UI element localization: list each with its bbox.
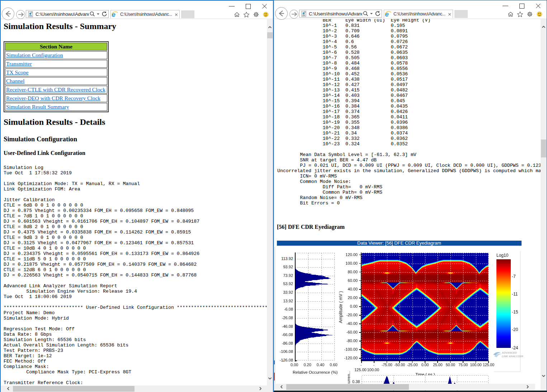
colorbar-tick-label: -20 — [512, 327, 518, 332]
scrollbar-corner — [541, 384, 547, 390]
eye-y-tick-label: 60.00 — [348, 278, 358, 283]
table-row: Channel — [5, 77, 107, 85]
browser-tab[interactable]: eC:\Users\hsinhowu\Advanc...× — [110, 10, 180, 18]
table-row: Simulation Result Summary — [5, 103, 107, 111]
search-icon[interactable] — [89, 11, 95, 17]
maximize-button[interactable] — [244, 3, 252, 10]
table-header-row: Section Name — [5, 43, 107, 51]
smiley-feedback-icon[interactable] — [536, 11, 543, 17]
scroll-down-arrow[interactable] — [267, 375, 273, 381]
tab-title: C:\Users\hsinhowu\Advanc... — [120, 12, 173, 17]
ie-logo-icon: e — [111, 11, 118, 18]
horizontal-scrollbar[interactable] — [1, 386, 268, 392]
scroll-right-arrow[interactable] — [524, 384, 531, 390]
amp-x-tick-label: 0.20 — [303, 363, 311, 367]
gear-icon[interactable] — [527, 11, 533, 17]
vertical-scrollbar[interactable] — [267, 19, 273, 386]
eye-y-tick — [359, 280, 361, 281]
forward-button[interactable] — [289, 10, 298, 19]
amp-hist-title: Relative Occurrence (%) — [293, 370, 338, 374]
eye-y-tick — [359, 349, 361, 350]
minimize-button[interactable] — [228, 3, 236, 10]
amp-x-tick-label: 0.60 — [330, 363, 337, 367]
simulation-report: BER Eye Width (UI) Eye Height (V) 10^-1 … — [277, 18, 547, 206]
clipped-plot-edge-line — [275, 247, 275, 385]
eye-y-tick — [359, 255, 361, 255]
search-icon[interactable] — [362, 10, 369, 17]
star-icon[interactable] — [517, 11, 523, 17]
section-table-head: Section Name — [5, 43, 107, 51]
forward-button[interactable] — [16, 10, 25, 19]
section-link[interactable]: TX Scope — [6, 69, 28, 75]
back-arrow-icon — [275, 8, 287, 19]
close-button[interactable] — [261, 3, 269, 10]
address-bar[interactable]: C:\Users\hsinhowu\Advanced — [26, 10, 109, 18]
section-link[interactable]: Simulation Result Summary — [6, 104, 69, 110]
horizontal-scrollbar[interactable] — [274, 384, 535, 390]
star-icon[interactable] — [243, 11, 250, 18]
eye-y-tick-label: -120.00 — [344, 356, 358, 360]
scroll-up-arrow[interactable] — [541, 24, 547, 30]
browser-window-right: BER Eye Width (UI) Eye Height (V) 10^-1 … — [274, 0, 547, 392]
eye-y-tick — [359, 263, 361, 264]
section-link[interactable]: Channel — [6, 78, 25, 84]
eye-y-tick — [359, 272, 361, 273]
refresh-icon[interactable] — [374, 10, 381, 17]
horizontal-scroll-thumb[interactable] — [13, 386, 135, 392]
minimize-button[interactable] — [501, 3, 509, 10]
browser-tab[interactable]: eC:\Users\hsinhowu\Advanc...× — [384, 10, 453, 18]
home-icon[interactable] — [508, 11, 514, 17]
new-tab-button[interactable] — [454, 10, 468, 18]
tab-close-icon[interactable]: × — [174, 12, 178, 17]
section-link[interactable]: Receiver-CTLE with CDR Recovered Clock — [6, 86, 105, 93]
dropdown-caret-icon[interactable] — [369, 10, 373, 17]
scroll-up-arrow[interactable] — [267, 24, 273, 30]
section-link[interactable]: Simulation Configuration — [6, 52, 63, 58]
horizontal-scroll-thumb[interactable] — [286, 384, 409, 390]
eye-x-tick-label: 125.00 — [354, 368, 367, 372]
eye-y-tick-label: 20.00 — [348, 296, 358, 300]
colorbar-tick-label: -15 — [512, 310, 518, 315]
eye-y-tick — [359, 315, 361, 316]
maximize-button[interactable] — [518, 3, 526, 10]
scroll-down-arrow[interactable] — [541, 373, 547, 379]
scroll-left-arrow[interactable] — [279, 384, 285, 390]
amp-y-tick-label: 33.92 — [283, 290, 293, 294]
section-table: Section Name Simulation ConfigurationTra… — [4, 41, 109, 112]
eye-x-tick-label: 100.00 — [367, 368, 379, 372]
amp-y-tick-label: 53.92 — [283, 282, 293, 286]
colorbar-gradient — [496, 259, 511, 348]
clipped-tick-fragment — [283, 361, 284, 362]
amp-y-tick-label: 113.92 — [281, 256, 293, 261]
scroll-right-arrow[interactable] — [257, 386, 263, 392]
simulation-log: Simulation Log Tue Oct 1 17:58:32 2019 L… — [4, 165, 270, 386]
home-icon[interactable] — [234, 11, 240, 18]
back-arrow-icon — [2, 8, 14, 20]
refresh-icon[interactable] — [101, 11, 108, 17]
vertical-scroll-thumb[interactable] — [267, 32, 273, 38]
back-button[interactable] — [275, 7, 288, 20]
new-tab-button[interactable] — [181, 10, 194, 18]
amp-y-tick-label: -126.08 — [280, 358, 293, 362]
address-bar-tools — [89, 11, 108, 17]
vertical-scroll-thumb[interactable] — [541, 140, 546, 157]
colorbar-tick-label: -7 — [512, 274, 516, 279]
page-icon — [301, 11, 307, 17]
address-bar[interactable]: C:\Users\hsinhowu\Advanced — [299, 10, 382, 18]
eye-y-tick — [359, 358, 361, 359]
section-link[interactable]: Receiver-DEQ with CDR Recovery Clock — [6, 95, 100, 101]
tab-close-icon[interactable]: × — [448, 11, 452, 17]
close-button[interactable] — [534, 3, 542, 10]
amp-x-tick-label: 0.00 — [291, 363, 298, 367]
time-y-tick-label: 0.38 — [352, 379, 360, 384]
amp-x-tick-label: 0.40 — [317, 363, 324, 367]
dropdown-caret-icon[interactable] — [96, 11, 100, 17]
section-link[interactable]: Transmitter — [6, 61, 32, 67]
gear-icon[interactable] — [253, 11, 259, 18]
eye-y-tick-label: 80.00 — [348, 270, 358, 274]
scroll-left-arrow[interactable] — [5, 386, 11, 392]
vertical-scrollbar[interactable] — [541, 19, 547, 384]
ie-logo-icon: e — [384, 10, 392, 18]
back-button[interactable] — [2, 8, 14, 20]
smiley-feedback-icon[interactable] — [263, 11, 269, 18]
